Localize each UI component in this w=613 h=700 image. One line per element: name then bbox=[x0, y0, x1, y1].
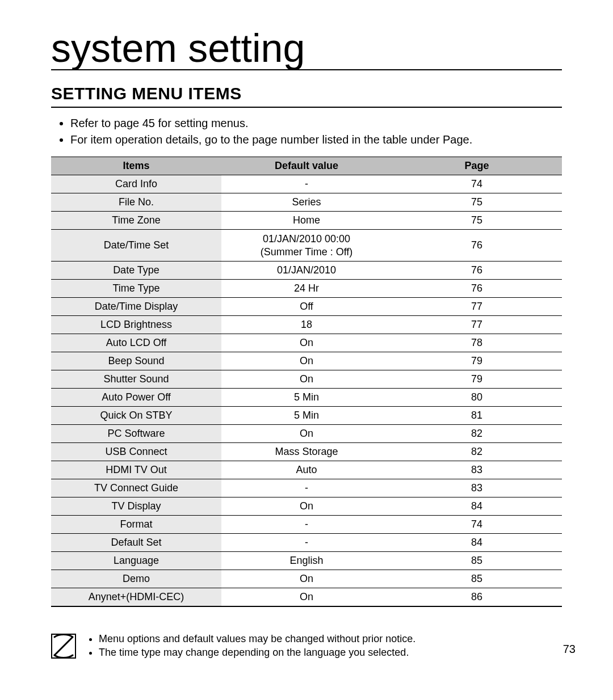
cell-item: Quick On STBY bbox=[51, 407, 221, 425]
cell-default-value: English bbox=[221, 552, 392, 570]
cell-page: 76 bbox=[392, 262, 562, 280]
cell-default-value: On bbox=[221, 588, 392, 607]
table-row: HDMI TV OutAuto83 bbox=[51, 461, 562, 479]
cell-page: 86 bbox=[392, 588, 562, 607]
col-header-default-value: Default value bbox=[221, 157, 392, 175]
table-row: Shutter SoundOn79 bbox=[51, 370, 562, 389]
cell-page: 85 bbox=[392, 552, 562, 570]
section-heading: SETTING MENU ITEMS bbox=[51, 84, 562, 108]
table-row: Anynet+(HDMI-CEC)On86 bbox=[51, 588, 562, 607]
cell-page: 84 bbox=[392, 497, 562, 516]
col-header-items: Items bbox=[51, 157, 221, 175]
cell-default-value: On bbox=[221, 497, 392, 516]
cell-default-value: On bbox=[221, 352, 392, 370]
cell-default-value: On bbox=[221, 370, 392, 389]
note-icon bbox=[51, 634, 76, 659]
cell-default-value: 18 bbox=[221, 316, 392, 334]
cell-default-value: - bbox=[221, 175, 392, 193]
cell-default-value: Off bbox=[221, 298, 392, 316]
cell-page: 77 bbox=[392, 316, 562, 334]
cell-default-value: Auto bbox=[221, 461, 392, 479]
table-row: LanguageEnglish85 bbox=[51, 552, 562, 570]
cell-default-value: 5 Min bbox=[221, 407, 392, 425]
cell-page: 82 bbox=[392, 443, 562, 461]
table-row: TV DisplayOn84 bbox=[51, 497, 562, 516]
cell-item: Auto Power Off bbox=[51, 389, 221, 407]
cell-page: 83 bbox=[392, 479, 562, 497]
cell-item: Card Info bbox=[51, 175, 221, 193]
cell-item: Date/Time Set bbox=[51, 230, 221, 262]
table-row: Auto LCD OffOn78 bbox=[51, 334, 562, 352]
cell-default-value: Series bbox=[221, 193, 392, 212]
cell-page: 75 bbox=[392, 212, 562, 230]
footer-note: The time type may change depending on th… bbox=[99, 646, 562, 659]
cell-item: Time Zone bbox=[51, 212, 221, 230]
cell-page: 84 bbox=[392, 534, 562, 552]
cell-default-value: Mass Storage bbox=[221, 443, 392, 461]
intro-bullet: For item operation details, go to the pa… bbox=[70, 132, 562, 147]
cell-page: 76 bbox=[392, 280, 562, 298]
cell-item: File No. bbox=[51, 193, 221, 212]
settings-table: Items Default value Page Card Info-74Fil… bbox=[51, 157, 562, 607]
cell-page: 79 bbox=[392, 352, 562, 370]
cell-default-value: 24 Hr bbox=[221, 280, 392, 298]
table-row: Time Type24 Hr76 bbox=[51, 280, 562, 298]
cell-item: PC Software bbox=[51, 425, 221, 443]
cell-page: 75 bbox=[392, 193, 562, 212]
cell-page: 83 bbox=[392, 461, 562, 479]
intro-list: Refer to page 45 for setting menus. For … bbox=[51, 116, 562, 147]
table-row: Format-74 bbox=[51, 516, 562, 534]
footer-note-block: Menu options and default values may be c… bbox=[51, 632, 562, 659]
cell-page: 74 bbox=[392, 175, 562, 193]
cell-page: 78 bbox=[392, 334, 562, 352]
cell-page: 79 bbox=[392, 370, 562, 389]
cell-default-value: - bbox=[221, 479, 392, 497]
cell-item: LCD Brightness bbox=[51, 316, 221, 334]
cell-item: TV Display bbox=[51, 497, 221, 516]
cell-page: 76 bbox=[392, 230, 562, 262]
footer-note-list: Menu options and default values may be c… bbox=[85, 632, 562, 659]
cell-default-value: - bbox=[221, 516, 392, 534]
cell-default-value: 5 Min bbox=[221, 389, 392, 407]
cell-item: TV Connect Guide bbox=[51, 479, 221, 497]
intro-bullet: Refer to page 45 for setting menus. bbox=[70, 116, 562, 131]
cell-default-value: Home bbox=[221, 212, 392, 230]
table-row: Quick On STBY5 Min81 bbox=[51, 407, 562, 425]
cell-default-value: 01/JAN/2010 00:00(Summer Time : Off) bbox=[221, 230, 392, 262]
table-row: Default Set-84 bbox=[51, 534, 562, 552]
cell-item: HDMI TV Out bbox=[51, 461, 221, 479]
cell-page: 77 bbox=[392, 298, 562, 316]
cell-default-value: 01/JAN/2010 bbox=[221, 262, 392, 280]
table-row: TV Connect Guide-83 bbox=[51, 479, 562, 497]
table-row: USB ConnectMass Storage82 bbox=[51, 443, 562, 461]
table-row: DemoOn85 bbox=[51, 570, 562, 588]
cell-page: 74 bbox=[392, 516, 562, 534]
table-row: Date/Time Set01/JAN/2010 00:00(Summer Ti… bbox=[51, 230, 562, 262]
cell-default-value: On bbox=[221, 425, 392, 443]
cell-default-value: On bbox=[221, 570, 392, 588]
cell-item: Shutter Sound bbox=[51, 370, 221, 389]
table-header-row: Items Default value Page bbox=[51, 157, 562, 175]
cell-default-value: On bbox=[221, 334, 392, 352]
cell-page: 81 bbox=[392, 407, 562, 425]
table-row: Date/Time DisplayOff77 bbox=[51, 298, 562, 316]
cell-item: Time Type bbox=[51, 280, 221, 298]
table-row: Auto Power Off5 Min80 bbox=[51, 389, 562, 407]
table-row: File No.Series75 bbox=[51, 193, 562, 212]
cell-item: Default Set bbox=[51, 534, 221, 552]
cell-item: Language bbox=[51, 552, 221, 570]
cell-page: 80 bbox=[392, 389, 562, 407]
cell-page: 82 bbox=[392, 425, 562, 443]
cell-item: Auto LCD Off bbox=[51, 334, 221, 352]
cell-item: Demo bbox=[51, 570, 221, 588]
page-title: system setting bbox=[51, 28, 562, 70]
cell-page: 85 bbox=[392, 570, 562, 588]
col-header-page: Page bbox=[392, 157, 562, 175]
footer-note: Menu options and default values may be c… bbox=[99, 632, 562, 646]
table-row: Date Type01/JAN/201076 bbox=[51, 262, 562, 280]
cell-item: Beep Sound bbox=[51, 352, 221, 370]
table-row: Time ZoneHome75 bbox=[51, 212, 562, 230]
cell-default-value: - bbox=[221, 534, 392, 552]
table-body: Card Info-74File No.Series75Time ZoneHom… bbox=[51, 175, 562, 607]
table-row: LCD Brightness1877 bbox=[51, 316, 562, 334]
